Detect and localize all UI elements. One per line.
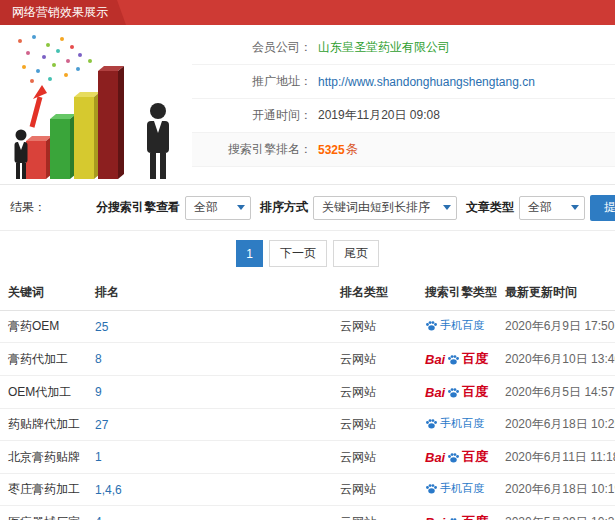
engine-label: 百度 [462,383,488,401]
promotion-url-link[interactable]: http://www.shandonghuangshengtang.cn [312,75,535,89]
article-type-select[interactable]: 全部 [519,196,585,220]
keyword-cell: 枣庄膏药加工 [0,474,87,506]
engine-label: 百度 [462,448,488,466]
last-page-button[interactable]: 尾页 [333,240,379,267]
rank-type-cell: 云网站 [332,311,417,343]
field-open-time: 开通时间： 2019年11月20日 09:08 [192,99,615,133]
baidu-logo-text: Bai [425,450,445,465]
baidu-paw-icon [447,353,460,366]
engine-type-cell: Bai百度 [417,506,497,520]
sort-filter-label: 排序方式 [260,199,308,216]
confetti-dots [18,35,92,83]
page-number-current[interactable]: 1 [236,240,263,267]
keyword-cell: 医疗器械厂家 [0,506,87,520]
keyword-cell: 北京膏药贴牌 [0,441,87,474]
table-row: 膏药代加工8云网站Bai百度2020年6月10日 13:40 [0,343,615,376]
table-body: 膏药OEM25云网站手机百度2020年6月9日 17:50膏药代加工8云网站Ba… [0,311,615,520]
col-header-engine-type: 搜索引擎类型 [417,275,497,311]
company-info-section: 会员公司： 山东皇圣堂药业有限公司 推广地址： http://www.shand… [0,25,615,185]
sort-select[interactable]: 关键词由短到长排序 [313,196,457,220]
result-label: 结果： [10,199,46,216]
engine-label: 百度 [462,513,488,520]
engine-label: 手机百度 [440,318,484,333]
updated-time-cell: 2020年6月9日 17:50 [497,311,615,343]
engine-type-cell: Bai百度 [417,343,497,376]
up-arrow-icon [32,85,47,127]
keyword-cell: 膏药OEM [0,311,87,343]
title-bar: 网络营销效果展示 [0,0,615,25]
marketing-effect-page: 网络营销效果展示 [0,0,615,520]
updated-time-cell: 2020年5月29日 10:32 [497,506,615,520]
baidu-logo-text: Bai [425,515,445,520]
table-row: 药贴牌代加工27云网站手机百度2020年6月18日 10:25 [0,409,615,441]
article-type-value: 全部 [528,199,552,216]
engine-label: 百度 [462,350,488,368]
baidu-paw-icon [447,386,460,399]
next-page-button[interactable]: 下一页 [269,240,327,267]
company-fields: 会员公司： 山东皇圣堂药业有限公司 推广地址： http://www.shand… [192,25,615,184]
rank-cell: 1 [87,441,332,474]
updated-time-cell: 2020年6月5日 14:57 [497,376,615,409]
engine-type-cell: 手机百度 [417,311,497,343]
baidu-logo-text: Bai [425,352,445,367]
rank-cell: 8 [87,343,332,376]
engine-type-cell: Bai百度 [417,376,497,409]
rank-count-value: 5325 [312,143,345,157]
mobile-baidu-logo: 手机百度 [425,416,484,431]
rank-cell: 9 [87,376,332,409]
table-row: 医疗器械厂家4云网站Bai百度2020年5月29日 10:32 [0,506,615,520]
bars [26,66,124,179]
col-header-rank: 排名 [87,275,332,311]
rank-type-cell: 云网站 [332,376,417,409]
sort-select-value: 关键词由短到长排序 [322,199,430,216]
baidu-logo: Bai百度 [425,513,488,520]
rank-cell: 27 [87,409,332,441]
baidu-logo: Bai百度 [425,350,488,368]
baidu-paw-icon [447,451,460,464]
businessman-right-icon [147,103,169,179]
engine-type-cell: Bai百度 [417,441,497,474]
mobile-baidu-logo: 手机百度 [425,318,484,333]
engine-label: 手机百度 [440,481,484,496]
keyword-cell: 药贴牌代加工 [0,409,87,441]
page-title: 网络营销效果展示 [0,0,126,25]
article-type-label: 文章类型 [466,199,514,216]
rank-type-cell: 云网站 [332,343,417,376]
engine-select[interactable]: 全部 [185,196,251,220]
engine-label: 手机百度 [440,416,484,431]
rank-type-cell: 云网站 [332,506,417,520]
col-header-keyword: 关键词 [0,275,87,311]
engine-filter-label: 分搜索引擎查看 [96,199,180,216]
chevron-down-icon [237,205,245,210]
filter-controls: 分搜索引擎查看 全部 排序方式 关键词由短到长排序 文章类型 全部 提交 [92,195,615,221]
submit-button[interactable]: 提交 [590,195,615,221]
keyword-cell: 膏药代加工 [0,343,87,376]
baidu-paw-icon [425,319,438,332]
updated-time-cell: 2020年6月10日 13:40 [497,343,615,376]
baidu-paw-icon [425,417,438,430]
open-time-label: 开通时间： [192,107,312,124]
rank-count-label: 搜索引擎排名： [192,141,312,158]
growth-chart-image [0,25,192,184]
rank-type-cell: 云网站 [332,474,417,506]
table-row: 北京膏药贴牌1云网站Bai百度2020年6月11日 11:18 [0,441,615,474]
engine-select-value: 全部 [194,199,218,216]
field-company: 会员公司： 山东皇圣堂药业有限公司 [192,31,615,65]
engine-type-cell: 手机百度 [417,474,497,506]
company-label: 会员公司： [192,39,312,56]
company-name: 山东皇圣堂药业有限公司 [312,39,450,56]
updated-time-cell: 2020年6月18日 10:25 [497,409,615,441]
field-url: 推广地址： http://www.shandonghuangshengtang.… [192,65,615,99]
rank-cell: 25 [87,311,332,343]
bar-chart-graphic [6,31,188,179]
col-header-updated: 最新更新时间 [497,275,615,311]
baidu-paw-icon [447,516,460,520]
pagination: 1 下一页 尾页 [0,231,615,275]
col-header-rank-type: 排名类型 [332,275,417,311]
baidu-paw-icon [425,482,438,495]
keyword-cell: OEM代加工 [0,376,87,409]
table-row: 枣庄膏药加工1,4,6云网站手机百度2020年6月18日 10:19 [0,474,615,506]
keyword-rank-table: 关键词 排名 排名类型 搜索引擎类型 最新更新时间 膏药OEM25云网站手机百度… [0,275,615,520]
chevron-down-icon [443,205,451,210]
mobile-baidu-logo: 手机百度 [425,481,484,496]
